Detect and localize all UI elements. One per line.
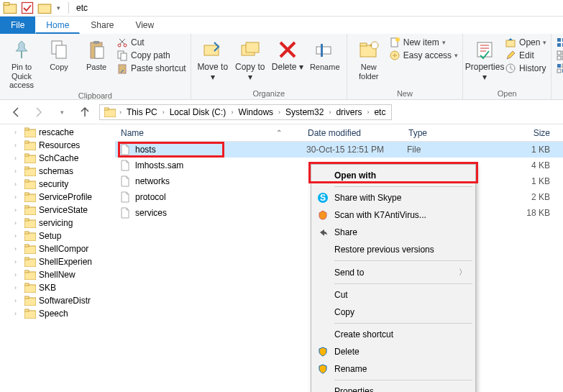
tree-item[interactable]: ›ServiceState	[14, 204, 115, 216]
folder-icon	[24, 153, 36, 163]
ctx-rename[interactable]: Rename	[313, 360, 474, 378]
tree-item[interactable]: ›schemas	[14, 165, 115, 178]
ctx-share-skype[interactable]: SShare with Skype	[313, 189, 474, 206]
svg-text:S: S	[320, 193, 326, 203]
column-headers[interactable]: Name⌃ Date modified Type Size	[115, 124, 563, 142]
back-button[interactable]	[7, 104, 24, 121]
copy-button[interactable]: Copy	[42, 35, 76, 72]
ctx-cut[interactable]: Cut	[313, 286, 474, 304]
chevron-right-icon: ›	[14, 168, 22, 175]
svg-rect-37	[557, 64, 561, 68]
qat-properties-icon[interactable]	[20, 1, 35, 15]
file-type: File	[407, 145, 493, 155]
cut-button[interactable]: Cut	[116, 37, 186, 48]
tree-item[interactable]: ›SoftwareDistr	[14, 294, 115, 307]
paste-button[interactable]: Paste	[79, 35, 114, 72]
file-icon	[119, 144, 131, 155]
delete-button[interactable]: Delete ▾	[270, 35, 305, 73]
tree-item[interactable]: ›SKB	[14, 281, 115, 294]
folder-icon	[24, 140, 36, 150]
tab-home[interactable]: Home	[35, 17, 80, 34]
file-size: 18 KB	[520, 208, 563, 218]
up-button[interactable]	[76, 104, 93, 121]
tree-item-label: security	[39, 179, 68, 189]
properties-button[interactable]: Properties ▾	[467, 35, 502, 83]
svg-rect-8	[93, 41, 99, 44]
new-item-button[interactable]: New item ▾	[389, 37, 458, 48]
ctx-open-with[interactable]: Open with	[313, 167, 474, 184]
tree-item-label: ShellNew	[39, 270, 75, 280]
tree-item[interactable]: ›Setup	[14, 229, 115, 242]
pin-button[interactable]: Pin to Quick access	[4, 35, 39, 90]
tab-share[interactable]: Share	[80, 17, 124, 34]
ctx-restore[interactable]: Restore previous versions	[313, 241, 474, 258]
crumb-seg[interactable]: etc	[372, 107, 387, 117]
history-button[interactable]: History	[505, 63, 546, 74]
file-row[interactable]: hosts30-Oct-15 12:51 PMFile1 KB	[115, 142, 563, 158]
context-menu: Open with SShare with Skype Scan with K7…	[311, 164, 476, 392]
folder-icon	[24, 192, 36, 202]
recent-dropdown[interactable]: ▾	[53, 104, 70, 121]
svg-rect-49	[24, 168, 36, 176]
tab-view[interactable]: View	[124, 17, 165, 34]
ctx-scan[interactable]: Scan with K7AntiVirus...	[313, 206, 474, 224]
select-none-button[interactable]: Select	[556, 50, 563, 61]
tree-item-label: SoftwareDistr	[39, 296, 91, 306]
svg-rect-33	[557, 51, 561, 55]
svg-rect-72	[24, 309, 29, 311]
ctx-properties[interactable]: Properties	[313, 383, 474, 392]
tree-item[interactable]: ›servicing	[14, 216, 115, 229]
breadcrumb[interactable]: › This PC› Local Disk (C:)› Windows› Sys…	[99, 104, 392, 120]
easy-access-button[interactable]: Easy access ▾	[389, 50, 458, 61]
tree-item[interactable]: ›security	[14, 178, 115, 191]
svg-rect-54	[24, 193, 29, 195]
crumb-seg[interactable]: Windows	[237, 107, 275, 117]
svg-rect-68	[24, 283, 29, 286]
tree-item[interactable]: ›ShellExperien	[14, 255, 115, 268]
move-to-button[interactable]: Move to ▾	[196, 35, 230, 83]
forward-button[interactable]	[30, 104, 47, 121]
chevron-right-icon: ›	[14, 206, 22, 214]
tree-item[interactable]: ›rescache	[14, 126, 115, 139]
file-size: 1 KB	[520, 176, 563, 186]
copy-path-button[interactable]: Copy path	[116, 50, 186, 61]
rename-button[interactable]: Rename	[308, 35, 342, 72]
ctx-send-to[interactable]: Send to〉	[313, 263, 474, 281]
ctx-delete[interactable]: Delete	[313, 343, 474, 360]
svg-rect-66	[24, 270, 29, 273]
ctx-share[interactable]: Share	[313, 224, 474, 241]
tree-item[interactable]: ›Resources	[14, 139, 115, 152]
new-folder-button[interactable]: New folder	[352, 35, 386, 81]
copy-to-button[interactable]: Copy to ▾	[233, 35, 267, 83]
crumb-seg[interactable]: System32	[284, 107, 325, 117]
ctx-copy[interactable]: Copy	[313, 304, 474, 321]
crumb-seg[interactable]: Local Disk (C:)	[168, 107, 228, 117]
tree-item[interactable]: ›ShellCompor	[14, 242, 115, 255]
svg-rect-41	[104, 109, 116, 117]
folder-icon	[24, 257, 36, 267]
chevron-down-icon[interactable]: ▾	[55, 4, 63, 12]
tree-item-label: ServiceState	[39, 205, 88, 215]
folder-tree[interactable]: ›rescache›Resources›SchCache›schemas›sec…	[0, 124, 115, 392]
svg-rect-42	[104, 108, 109, 110]
file-date: 30-Oct-15 12:51 PM	[306, 145, 407, 155]
qat-dropdown-icon[interactable]	[37, 1, 52, 15]
edit-button[interactable]: Edit	[505, 50, 546, 61]
invert-selection-button[interactable]: Invert	[556, 63, 563, 74]
tree-item[interactable]: ›ServiceProfile	[14, 191, 115, 204]
crumb-seg[interactable]: This PC	[125, 107, 159, 117]
shield-icon	[317, 346, 329, 357]
crumb-seg[interactable]: drivers	[334, 107, 363, 117]
open-button[interactable]: Open ▾	[505, 37, 546, 48]
tree-item[interactable]: ›SchCache	[14, 152, 115, 165]
tab-file[interactable]: File	[0, 17, 35, 34]
tree-item[interactable]: ›Speech	[14, 307, 115, 320]
tree-item-label: Resources	[39, 140, 80, 150]
share-icon	[317, 227, 329, 238]
ctx-create-shortcut[interactable]: Create shortcut	[313, 326, 474, 343]
paste-shortcut-button[interactable]: Paste shortcut	[116, 63, 186, 74]
tree-item[interactable]: ›ShellNew	[14, 268, 115, 281]
tree-item-label: servicing	[39, 218, 73, 228]
select-all-button[interactable]: Select	[556, 37, 563, 48]
file-size: 4 KB	[520, 160, 563, 170]
